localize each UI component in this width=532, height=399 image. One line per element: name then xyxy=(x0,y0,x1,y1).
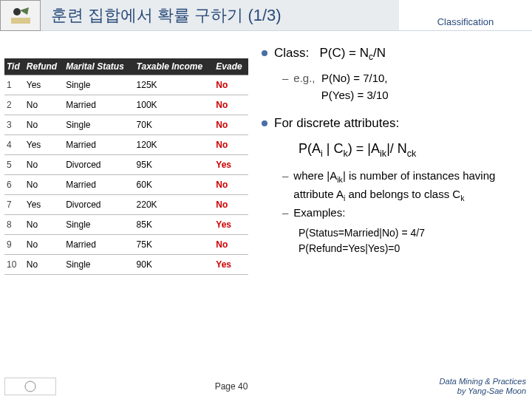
df-p2: | C xyxy=(323,141,344,156)
table-row: 7YesDivorced220KNo xyxy=(4,195,248,215)
dash-icon: – xyxy=(282,168,288,205)
where-s3: k xyxy=(460,194,464,202)
table-row: 1YesSingle125KNo xyxy=(4,75,248,95)
svg-point-2 xyxy=(25,381,35,392)
cell-marital: Married xyxy=(64,135,134,155)
slide-header: 훈련 집합에서 확률 구하기 (1/3) Classification xyxy=(0,0,532,31)
class-formula-p1: P(C) = N xyxy=(319,46,369,60)
cell-income: 70K xyxy=(134,115,214,135)
table-row: 2NoMarried100KNo xyxy=(4,95,248,115)
bullet-dot-icon xyxy=(262,50,267,56)
cell-tid: 3 xyxy=(4,115,24,135)
cell-tid: 10 xyxy=(4,255,24,275)
eg2: P(Yes) = 3/10 xyxy=(321,89,389,101)
df-p4: |/ N xyxy=(386,141,407,156)
example-2: P(Refund=Yes|Yes)=0 xyxy=(299,241,525,256)
cell-income: 125K xyxy=(134,75,214,95)
table-row: 10NoSingle90KYes xyxy=(4,255,248,275)
table-row: 4YesMarried120KNo xyxy=(4,135,248,155)
bullet-dot-icon xyxy=(262,120,267,126)
cell-evade: No xyxy=(214,175,248,195)
cell-evade: No xyxy=(214,235,248,255)
cell-tid: 4 xyxy=(4,135,24,155)
cell-income: 75K xyxy=(134,235,214,255)
cell-refund: Yes xyxy=(24,75,64,95)
cell-income: 100K xyxy=(134,95,214,115)
cell-income: 95K xyxy=(134,155,214,175)
th-marital: Marital Status xyxy=(64,58,134,75)
cell-marital: Single xyxy=(64,115,134,135)
cell-refund: No xyxy=(24,175,64,195)
cell-income: 220K xyxy=(134,195,214,215)
where-text: where |Aik| is number of instances havin… xyxy=(293,168,525,205)
table-row: 6NoMarried60KNo xyxy=(4,175,248,195)
slide-footer: Page 40 Data Mining & Practices by Yang-… xyxy=(0,374,532,399)
dash-icon: – xyxy=(282,205,288,222)
cell-refund: No xyxy=(24,235,64,255)
eg1: P(No) = 7/10, xyxy=(321,72,388,84)
cell-evade: Yes xyxy=(214,255,248,275)
table-row: 3NoSingle70KNo xyxy=(4,115,248,135)
discrete-formula: P(Ai | Ck) = |Aik|/ Nck xyxy=(299,139,525,160)
cell-income: 90K xyxy=(134,255,214,275)
cell-marital: Married xyxy=(64,95,134,115)
cell-refund: No xyxy=(24,115,64,135)
cell-tid: 8 xyxy=(4,215,24,235)
df-s4: ck xyxy=(407,148,417,158)
university-logo xyxy=(4,378,56,395)
where-s1: ik xyxy=(337,175,343,184)
cell-refund: No xyxy=(24,255,64,275)
header-icon xyxy=(0,0,41,31)
cell-evade: No xyxy=(214,95,248,115)
cell-income: 120K xyxy=(134,135,214,155)
table-row: 5NoDivorced95KYes xyxy=(4,155,248,175)
cell-marital: Single xyxy=(64,75,134,95)
cell-evade: No xyxy=(214,115,248,135)
eg-line: – e.g., P(No) = 7/10, P(Yes) = 3/10 xyxy=(282,70,525,103)
cell-evade: No xyxy=(214,195,248,215)
cell-evade: No xyxy=(214,135,248,155)
cell-marital: Married xyxy=(64,175,134,195)
examples-block: P(Status=Married|No) = 4/7 P(Refund=Yes|… xyxy=(299,225,525,256)
class-label: Class: xyxy=(274,46,309,60)
cell-evade: Yes xyxy=(214,155,248,175)
df-p3: ) = |A xyxy=(348,141,380,156)
svg-rect-0 xyxy=(11,18,30,24)
cell-evade: No xyxy=(214,75,248,95)
cell-refund: Yes xyxy=(24,135,64,155)
df-s3: ik xyxy=(380,148,386,158)
cell-marital: Divorced xyxy=(64,155,134,175)
credit-line-2: by Yang-Sae Moon xyxy=(406,386,526,396)
cell-marital: Divorced xyxy=(64,195,134,215)
examples-line: – Examples: xyxy=(282,205,525,222)
cell-income: 60K xyxy=(134,175,214,195)
bullet-discrete: For discrete attributes: xyxy=(262,114,525,133)
slide-title: 훈련 집합에서 확률 구하기 (1/3) xyxy=(41,0,399,31)
cell-marital: Single xyxy=(64,215,134,235)
cell-tid: 9 xyxy=(4,235,24,255)
where-tail: and belongs to class C xyxy=(345,188,460,200)
data-table-area: Tid Refund Marital Status Taxable Income… xyxy=(4,40,248,275)
eg-label: e.g., xyxy=(293,72,315,84)
cell-tid: 5 xyxy=(4,155,24,175)
cell-tid: 7 xyxy=(4,195,24,215)
cell-refund: No xyxy=(24,215,64,235)
class-formula-tail: /N xyxy=(373,46,386,60)
th-evade: Evade xyxy=(214,58,248,75)
training-table: Tid Refund Marital Status Taxable Income… xyxy=(4,58,248,275)
df-p1: P(A xyxy=(299,141,321,156)
svg-point-1 xyxy=(13,8,21,16)
slide-body: Tid Refund Marital Status Taxable Income… xyxy=(0,31,532,275)
cell-refund: No xyxy=(24,155,64,175)
th-refund: Refund xyxy=(24,58,64,75)
eg-text: e.g., P(No) = 7/10, P(Yes) = 3/10 xyxy=(293,70,388,103)
example-1: P(Status=Married|No) = 4/7 xyxy=(299,225,525,241)
cell-refund: Yes xyxy=(24,195,64,215)
table-row: 8NoSingle85KYes xyxy=(4,215,248,235)
th-tid: Tid xyxy=(4,58,24,75)
discrete-label: For discrete attributes: xyxy=(274,114,399,133)
cell-tid: 6 xyxy=(4,175,24,195)
class-line: Class: P(C) = Nc/N xyxy=(274,44,386,64)
dash-icon: – xyxy=(282,70,288,103)
cell-tid: 1 xyxy=(4,75,24,95)
